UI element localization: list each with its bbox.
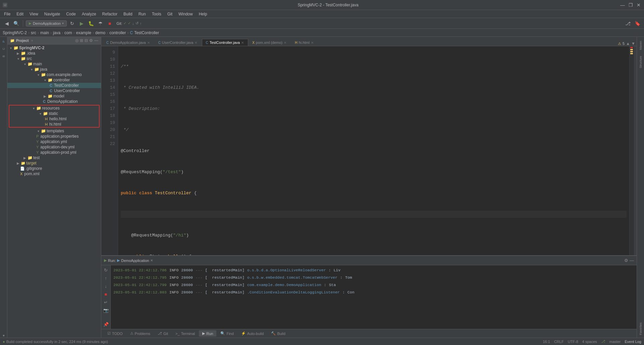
event-log-btn[interactable]: Event Log [625, 340, 641, 344]
refresh-btn[interactable]: ↻ [68, 19, 76, 27]
tab-todo[interactable]: ☑ TODO [104, 330, 126, 337]
git-check2[interactable]: ✓ [128, 21, 131, 25]
menu-window[interactable]: Window [176, 11, 196, 17]
back-btn[interactable]: ◀ [3, 19, 11, 27]
menu-help[interactable]: Help [196, 11, 210, 17]
encoding[interactable]: UTF-8 [568, 340, 578, 344]
code-content[interactable]: /** * Created with IntelliJ IDEA. * Desc… [118, 46, 629, 255]
tab-demoapplication[interactable]: C DemoApplication.java ✕ [103, 39, 154, 46]
breadcrumb-main[interactable]: main [40, 30, 49, 35]
run-minimize-btn[interactable]: — [630, 258, 634, 263]
tree-item-app-prod-yml[interactable]: Y application-prod.yml [7, 150, 101, 155]
tree-item-usercontroller[interactable]: C UserController [7, 88, 101, 93]
tree-item-app-props[interactable]: P application.properties [7, 134, 101, 139]
tree-item-test[interactable]: ▶ 📁 test [7, 155, 101, 160]
minimize-btn[interactable]: — [620, 2, 625, 8]
tab-down-btn[interactable]: ▼ [631, 41, 635, 46]
warning-indicator[interactable]: ⚠ [618, 42, 621, 46]
menu-code[interactable]: Code [63, 11, 78, 17]
menu-build[interactable]: Build [121, 11, 135, 17]
tree-item-com-example[interactable]: ▾ 📁 com.example.demo [7, 72, 101, 77]
tab-run[interactable]: ▶ Run [199, 330, 216, 337]
maven-panel-icon[interactable]: Maven [638, 38, 643, 53]
coverage-btn[interactable]: ☂ [96, 19, 104, 27]
run-tab-close[interactable]: ✕ [150, 259, 153, 262]
breadcrumb-demo[interactable]: demo [95, 30, 105, 35]
tab-terminal[interactable]: >_ Terminal [172, 331, 198, 337]
breadcrumb-java[interactable]: java [53, 30, 60, 35]
tab-git[interactable]: ⎇ Git [154, 330, 171, 337]
menu-navigate[interactable]: Navigate [42, 11, 63, 17]
breadcrumb-class[interactable]: TestController [134, 30, 159, 35]
menu-run[interactable]: Run [136, 11, 149, 17]
tree-item-testcontroller[interactable]: C TestController [7, 83, 101, 88]
tree-item-demoapplication[interactable]: C DemoApplication [7, 99, 101, 104]
sidebar-project-icon[interactable]: P [0, 38, 7, 45]
tab-problems[interactable]: ⚠ Problems [127, 330, 154, 337]
git-push[interactable]: ↑ [140, 21, 142, 25]
tab-up-btn[interactable]: ▲ [626, 41, 630, 46]
indent[interactable]: 4 spaces [582, 340, 597, 344]
tree-item-hi-html[interactable]: H hi.html [9, 122, 99, 127]
tree-item-templates[interactable]: ▾ 📁 templates [7, 128, 101, 134]
tree-item-gitignore[interactable]: 📄 .gitignore [7, 166, 101, 171]
run-soft-wrap-btn[interactable]: ↵ [103, 299, 109, 305]
settings-btn[interactable]: ⚙ [89, 38, 93, 43]
run-scroll-down-btn[interactable]: ↓ [103, 283, 109, 289]
tree-item-hello-html[interactable]: H hello.html [9, 116, 99, 122]
restore-btn[interactable]: ❐ [628, 2, 633, 8]
menu-edit[interactable]: Edit [14, 11, 26, 17]
favorites-panel-icon[interactable]: Favorites [638, 320, 643, 338]
tab-pomxml-close[interactable]: ✕ [284, 41, 286, 45]
sidebar-favorites-icon[interactable]: ★ [0, 331, 7, 338]
structure-panel-icon[interactable]: Structure [638, 53, 643, 71]
tree-item-java[interactable]: ▾ 📁 java [7, 67, 101, 72]
tree-item-resources[interactable]: ▾ 📁 resources [9, 106, 99, 111]
vcs-branch[interactable]: master [609, 340, 621, 344]
tab-usercontroller[interactable]: C UserController.java ✕ [155, 39, 202, 46]
scrollbar-vertical[interactable] [634, 46, 637, 255]
bookmark-btn[interactable]: 🔖 [633, 19, 641, 27]
tab-demoapplication-close[interactable]: ✕ [147, 41, 150, 45]
close-panel-btn[interactable]: — [94, 38, 98, 43]
vcs-btn[interactable]: ⎇ [624, 19, 632, 27]
git-revert[interactable]: ↺ [136, 21, 139, 25]
breadcrumb-com[interactable]: com [64, 30, 72, 35]
tab-build[interactable]: 🔨 Build [268, 330, 288, 337]
menu-refactor[interactable]: Refactor [100, 11, 120, 17]
menu-analyze[interactable]: Analyze [79, 11, 99, 17]
run-restart-btn[interactable]: ↻ [103, 267, 109, 273]
search-everywhere-btn[interactable]: 🔍 [12, 19, 20, 27]
tab-find[interactable]: 🔍 Find [217, 330, 237, 337]
tree-item-src[interactable]: ▾ 📁 src [7, 56, 101, 61]
run-camera-btn[interactable]: 📷 [103, 307, 109, 314]
run-settings-btn[interactable]: ⚙ [624, 258, 628, 263]
run-config-dropdown[interactable]: ▶ DemoApplication ▾ [26, 20, 67, 26]
tab-testcontroller-close[interactable]: ✕ [241, 41, 244, 45]
tree-item-root[interactable]: ▾ 📁 SpringMVC-2 [7, 45, 101, 51]
breadcrumb-controller[interactable]: controller [109, 30, 126, 35]
tab-pomxml[interactable]: X pom.xml (demo) ✕ [249, 39, 291, 46]
tab-hihtml-close[interactable]: ✕ [311, 41, 314, 45]
tree-item-pomxml[interactable]: X pom.xml [7, 171, 101, 177]
tree-item-controller[interactable]: ▾ 📁 controller [7, 77, 101, 83]
menu-file[interactable]: File [1, 11, 13, 17]
cursor-position[interactable]: 16:1 [543, 340, 550, 344]
tree-item-static[interactable]: ▾ 📁 static [9, 111, 99, 116]
sidebar-bookmarks-icon[interactable]: B [0, 53, 7, 60]
sidebar-commit-icon[interactable]: C [0, 46, 7, 52]
close-btn[interactable]: ✕ [636, 2, 641, 8]
run-btn[interactable]: ▶ [77, 19, 86, 27]
tree-item-idea[interactable]: ▶ 📁 .idea [7, 51, 101, 56]
tree-item-app-yml[interactable]: Y application.yml [7, 139, 101, 144]
menu-view[interactable]: View [27, 11, 41, 17]
locate-file-btn[interactable]: ◎ [75, 38, 78, 43]
tree-item-app-dev-yml[interactable]: Y application-dev.yml [7, 144, 101, 150]
tab-hihtml[interactable]: H hi.html ✕ [291, 39, 318, 46]
git-check1[interactable]: ✓ [123, 21, 126, 25]
tree-item-main[interactable]: ▾ 📁 main [7, 61, 101, 67]
debug-btn[interactable]: 🐛 [87, 19, 95, 27]
tab-usercontroller-close[interactable]: ✕ [195, 41, 197, 45]
stop-btn[interactable]: ■ [106, 19, 114, 27]
run-pin-btn[interactable]: 📌 [103, 321, 109, 328]
